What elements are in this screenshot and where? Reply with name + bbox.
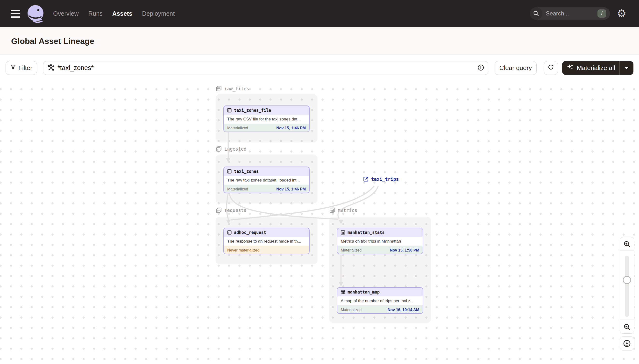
lineage-edges bbox=[0, 80, 639, 364]
sparkles-icon bbox=[566, 64, 574, 72]
group-table-icon bbox=[216, 146, 222, 152]
asset-query-input-wrapper bbox=[43, 61, 488, 75]
nav-item-assets[interactable]: Assets bbox=[112, 10, 132, 17]
zoom-out-icon bbox=[623, 323, 630, 330]
asset-description: The raw CSV file for the taxi zones dat.… bbox=[224, 115, 309, 124]
zoom-control-panel bbox=[620, 237, 634, 334]
primary-nav: Overview Runs Assets Deployment bbox=[53, 0, 175, 27]
zoom-slider-handle[interactable] bbox=[623, 276, 631, 284]
group-label-requests: requests bbox=[216, 207, 247, 214]
asset-status: Materialized bbox=[227, 187, 248, 192]
asset-status: Materialized bbox=[341, 308, 362, 312]
search-shortcut-badge: / bbox=[597, 10, 606, 18]
group-table-icon bbox=[216, 86, 222, 92]
asset-description: A map of the number of trips per taxi z.… bbox=[337, 296, 423, 305]
edge-taxi_trips-manhattan_stats bbox=[338, 186, 378, 219]
search-placeholder: Search... bbox=[546, 10, 597, 17]
lineage-toolbar: Filter Clear query bbox=[0, 55, 639, 80]
asset-status: Materialized bbox=[227, 126, 248, 130]
nav-item-overview[interactable]: Overview bbox=[53, 10, 79, 17]
download-icon bbox=[623, 340, 631, 347]
table-icon bbox=[227, 230, 232, 235]
materialize-all-button[interactable]: Materialize all bbox=[562, 61, 633, 75]
hamburger-menu-icon[interactable] bbox=[11, 9, 20, 18]
table-icon bbox=[227, 108, 232, 113]
chevron-down-icon bbox=[624, 67, 628, 69]
group-label-raw-files: raw_files bbox=[216, 86, 249, 92]
asset-node-adhoc-request[interactable]: adhoc_request The response to an request… bbox=[223, 228, 310, 254]
refresh-icon bbox=[547, 64, 554, 72]
asset-description: The raw taxi zones dataset, loaded int..… bbox=[224, 176, 309, 185]
asset-query-input[interactable] bbox=[58, 64, 477, 72]
asset-name: manhattan_stats bbox=[348, 230, 385, 235]
page-title: Global Asset Lineage bbox=[11, 36, 95, 46]
zoom-in-button[interactable] bbox=[620, 237, 634, 251]
search-input[interactable]: Search... / bbox=[530, 7, 610, 20]
info-icon[interactable] bbox=[477, 64, 484, 72]
top-navigation-bar: Overview Runs Assets Deployment Search..… bbox=[0, 0, 639, 27]
asset-name: adhoc_request bbox=[234, 230, 266, 235]
group-table-icon bbox=[329, 207, 335, 214]
materialize-options-dropdown[interactable] bbox=[619, 61, 633, 75]
group-table-icon bbox=[216, 207, 222, 214]
zoom-out-button[interactable] bbox=[620, 320, 634, 333]
table-icon bbox=[341, 290, 345, 294]
filter-button[interactable]: Filter bbox=[6, 61, 37, 75]
asset-timestamp: Nov 16, 10:14 AM bbox=[388, 308, 419, 312]
group-label-ingested: ingested bbox=[216, 146, 247, 152]
asset-status: Never materialized bbox=[227, 248, 259, 252]
asset-name: taxi_zones bbox=[234, 169, 259, 174]
asset-node-taxi-zones[interactable]: taxi_zones The raw taxi zones dataset, l… bbox=[223, 166, 310, 193]
refresh-graph-button[interactable] bbox=[544, 61, 558, 75]
graph-query-icon bbox=[47, 64, 55, 72]
settings-gear-icon[interactable]: ⚙ bbox=[615, 7, 628, 20]
search-icon bbox=[530, 7, 542, 20]
asset-timestamp: Nov 15, 1:46 PM bbox=[276, 126, 306, 130]
zoom-in-icon bbox=[623, 240, 630, 248]
asset-timestamp: Nov 15, 1:46 PM bbox=[276, 187, 306, 192]
asset-lineage-screen: Overview Runs Assets Deployment Search..… bbox=[0, 0, 639, 364]
page-header: Global Asset Lineage Reload definitions bbox=[0, 27, 639, 55]
group-label-metrics: metrics bbox=[329, 207, 357, 214]
external-asset-taxi-trips[interactable]: taxi_trips bbox=[363, 176, 399, 182]
asset-name: taxi_zones_file bbox=[234, 108, 271, 113]
table-icon bbox=[341, 230, 345, 235]
asset-node-manhattan-stats[interactable]: manhattan_stats Metrics on taxi trips in… bbox=[337, 228, 423, 254]
asset-description: Metrics on taxi trips in Manhattan bbox=[337, 237, 423, 246]
asset-timestamp: Nov 15, 1:50 PM bbox=[390, 248, 419, 252]
lineage-graph-canvas[interactable]: raw_files ingested requests metrics taxi… bbox=[0, 80, 639, 364]
asset-node-manhattan-map[interactable]: manhattan_map A map of the number of tri… bbox=[337, 287, 423, 314]
asset-description: The response to an request made in th... bbox=[224, 237, 309, 246]
table-icon bbox=[227, 169, 232, 174]
dagster-logo-icon[interactable] bbox=[26, 4, 45, 24]
clear-query-button[interactable]: Clear query bbox=[495, 61, 537, 75]
asset-status: Materialized bbox=[341, 248, 362, 252]
nav-item-runs[interactable]: Runs bbox=[88, 10, 103, 17]
funnel-icon bbox=[10, 64, 16, 72]
materialize-all-main[interactable]: Materialize all bbox=[562, 64, 619, 72]
asset-node-taxi-zones-file[interactable]: taxi_zones_file The raw CSV file for the… bbox=[223, 106, 310, 132]
nav-item-deployment[interactable]: Deployment bbox=[142, 10, 175, 17]
asset-name: manhattan_map bbox=[348, 290, 380, 294]
zoom-slider-track[interactable] bbox=[625, 256, 629, 317]
external-link-icon bbox=[363, 176, 369, 182]
download-graph-button[interactable] bbox=[620, 336, 634, 350]
